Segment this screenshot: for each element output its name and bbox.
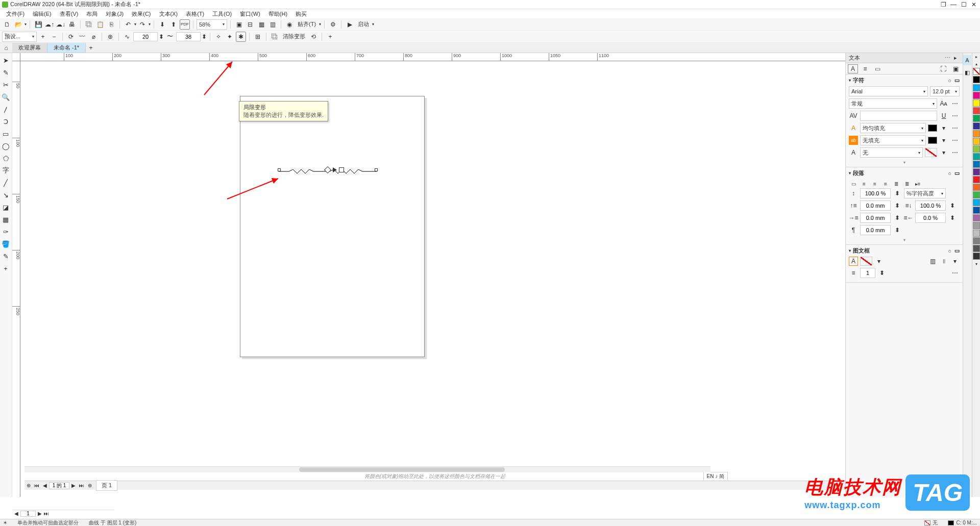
zoom-combo[interactable]: 58%▾	[197, 19, 227, 30]
underline-opts-icon[interactable]: ⋯	[950, 111, 960, 120]
color-swatch[interactable]	[973, 122, 980, 130]
font-size-select[interactable]: 12.0 pt▾	[930, 86, 960, 96]
connector-tool-icon[interactable]: ↘	[0, 189, 11, 201]
bgfill-dropdown-icon[interactable]: ▾	[939, 136, 948, 145]
cloud-download-icon[interactable]: ☁↓	[56, 19, 66, 30]
shape-tool-icon[interactable]: ✎	[0, 66, 11, 79]
color-swatch[interactable]	[973, 184, 980, 191]
pdf-icon[interactable]: PDF	[180, 19, 190, 30]
align-justify-icon[interactable]: ≣	[892, 179, 901, 188]
sec-frame-opts-icon[interactable]: ▭	[954, 247, 960, 254]
handle-end[interactable]	[375, 168, 378, 171]
color-swatch[interactable]	[973, 253, 980, 260]
add-tool-icon[interactable]: +	[0, 262, 11, 274]
ellipse-tool-icon[interactable]: ◯	[0, 140, 11, 152]
before-spinner[interactable]: ⬍	[893, 201, 902, 210]
launch-icon[interactable]: ▶	[345, 19, 355, 30]
underline-icon[interactable]: U	[939, 111, 948, 120]
right-indent-input[interactable]	[915, 213, 946, 223]
fullscreen-icon[interactable]: ▣	[234, 19, 244, 30]
menu-layout[interactable]: 布局	[82, 9, 102, 19]
menu-window[interactable]: 窗口(W)	[236, 9, 264, 19]
font-family-select[interactable]: Arial▾	[849, 86, 928, 96]
indent-icon[interactable]: ▸≡	[913, 179, 922, 188]
line-spacing-spinner[interactable]: ⬍	[893, 189, 902, 198]
frame-more-icon[interactable]: ⋯	[950, 268, 960, 278]
clipboard-icon[interactable]: ⎘	[106, 19, 116, 30]
sec-char-opts-icon[interactable]: ▭	[954, 77, 960, 84]
color-swatch[interactable]	[973, 214, 980, 221]
polygon-tool-icon[interactable]: ⬠	[0, 152, 11, 164]
save-icon[interactable]: 💾	[33, 19, 43, 30]
cloud-upload-icon[interactable]: ☁↑	[44, 19, 55, 30]
page-position-input[interactable]	[49, 482, 69, 489]
zoom-tool-icon[interactable]: 🔍	[0, 91, 11, 103]
menu-buy[interactable]: 购买	[291, 9, 311, 19]
handle-amplitude-box[interactable]	[339, 167, 344, 172]
bgfill-opts-icon[interactable]: ⋯	[950, 136, 960, 145]
twister-icon[interactable]: ⌀	[88, 32, 99, 42]
page-last-icon[interactable]: ⏭	[78, 482, 86, 490]
para-tab-icon[interactable]: ≡	[860, 64, 870, 73]
close-icon[interactable]: ✕	[970, 1, 978, 8]
color-swatch[interactable]	[973, 130, 980, 137]
color-swatch[interactable]	[973, 207, 980, 214]
color-swatch[interactable]	[973, 222, 980, 229]
before-para-input[interactable]	[860, 201, 891, 211]
vertical-ruler[interactable]: 50 100 150 200 250	[12, 61, 20, 497]
color-swatch[interactable]	[973, 99, 980, 107]
align-none-icon[interactable]: ▭	[849, 179, 858, 188]
horizontal-ruler[interactable]: 100 200 300 400 500 600 700 800 900 1000…	[20, 53, 845, 61]
clear-distort-button[interactable]: 清除变形	[283, 33, 305, 40]
bgfill-type-select[interactable]: 无填充▾	[860, 135, 926, 145]
no-color-swatch[interactable]	[973, 68, 980, 75]
page-add-after-icon[interactable]: ⊕	[86, 482, 94, 490]
page-prev-icon[interactable]: ◀	[41, 482, 49, 490]
maximize-icon[interactable]: ☐	[960, 1, 968, 8]
line-spacing-unit-select[interactable]: %字符高度▾	[904, 188, 946, 198]
restore-down-icon[interactable]: ❐	[939, 1, 947, 8]
new-icon[interactable]: 🗋	[2, 19, 12, 30]
jump-next-icon[interactable]: ▶	[38, 511, 42, 516]
snap-label[interactable]: 贴齐(T)	[298, 20, 316, 28]
frequency-spinner[interactable]: ⬍	[202, 32, 207, 42]
color-swatch[interactable]	[973, 107, 980, 114]
menu-view[interactable]: 查看(V)	[56, 9, 83, 19]
ruler-origin[interactable]	[12, 53, 20, 61]
page-tab-1[interactable]: 页 1	[96, 480, 117, 491]
copy-icon[interactable]: ⿻	[84, 19, 94, 30]
color-swatch[interactable]	[973, 230, 980, 237]
color-swatch[interactable]	[973, 237, 980, 244]
frame-fill-dropdown-icon[interactable]: ▾	[874, 257, 884, 266]
palette-up-icon[interactable]: ▴	[973, 61, 980, 67]
color-swatch[interactable]	[973, 153, 980, 160]
copy-distort-icon[interactable]: ⿻	[270, 32, 280, 42]
outline-dropdown-icon[interactable]: ▾	[939, 148, 948, 157]
vert-align-icon[interactable]: ⫴	[939, 257, 948, 266]
color-swatch[interactable]	[973, 84, 980, 91]
docker-tab-other-icon[interactable]: ◧	[963, 67, 971, 78]
sec-char-pin-icon[interactable]: ○	[948, 78, 951, 84]
handle-start[interactable]	[278, 168, 281, 171]
undo-dropdown-icon[interactable]: ▾	[134, 22, 136, 27]
menu-effects[interactable]: 效果(C)	[128, 9, 155, 19]
snap-dropdown-icon[interactable]: ▾	[319, 22, 321, 27]
frame-fill-icon[interactable]: A	[849, 257, 858, 266]
text-tool-icon[interactable]: 字	[0, 164, 11, 177]
outline-select[interactable]: 无▾	[860, 147, 923, 158]
kerning-input[interactable]	[860, 111, 937, 121]
after-spinner[interactable]: ⬍	[948, 201, 957, 210]
parallel-dim-icon[interactable]: ╱	[0, 177, 11, 189]
refresh-icon[interactable]: ⟲	[308, 32, 318, 42]
outline-opts-icon[interactable]: ⋯	[950, 148, 960, 157]
fl-spinner[interactable]: ⬍	[893, 226, 902, 235]
canvas[interactable]	[20, 61, 845, 497]
settings-icon[interactable]: ▣	[950, 64, 961, 73]
docker-tab-text-icon[interactable]: A	[963, 55, 971, 65]
frequency-input[interactable]	[176, 32, 201, 41]
menu-tools[interactable]: 工具(O)	[208, 9, 236, 19]
cols-spinner[interactable]: ⬍	[877, 268, 887, 278]
color-swatch[interactable]	[973, 145, 980, 153]
pick-tool-icon[interactable]: ➤	[0, 54, 11, 66]
options-icon[interactable]: ⚙	[328, 19, 338, 30]
